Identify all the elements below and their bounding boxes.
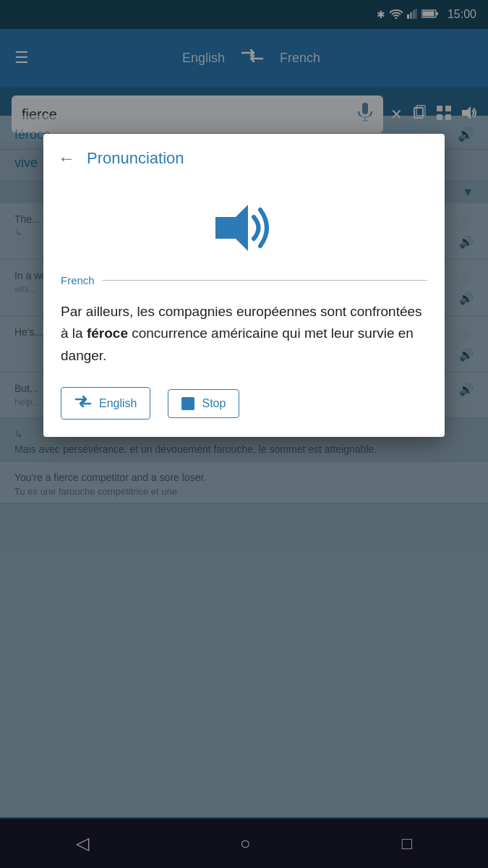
language-label: French <box>61 274 95 286</box>
stop-button-label: Stop <box>202 397 226 410</box>
svg-marker-17 <box>215 205 248 251</box>
language-label-row: French <box>61 274 427 286</box>
language-divider-line <box>102 280 427 281</box>
stop-button-icon <box>181 397 194 410</box>
swap-button-icon <box>74 395 92 412</box>
modal-body: French Par ailleurs, les compagnies euro… <box>43 177 445 437</box>
modal-buttons: English Stop <box>61 387 427 420</box>
speaker-icon-large[interactable] <box>61 184 427 274</box>
modal-title: Pronunciation <box>87 149 184 168</box>
modal-header: ← Pronunciation <box>43 134 445 177</box>
pronunciation-text: Par ailleurs, les compagnies européennes… <box>61 301 427 367</box>
highlighted-word: féroce <box>87 326 128 341</box>
stop-button[interactable]: Stop <box>168 389 239 418</box>
pronunciation-modal: ← Pronunciation French Par ailleurs, les… <box>43 134 445 437</box>
modal-back-button[interactable]: ← <box>58 148 75 169</box>
english-button-label: English <box>99 397 137 410</box>
english-button[interactable]: English <box>61 387 150 420</box>
